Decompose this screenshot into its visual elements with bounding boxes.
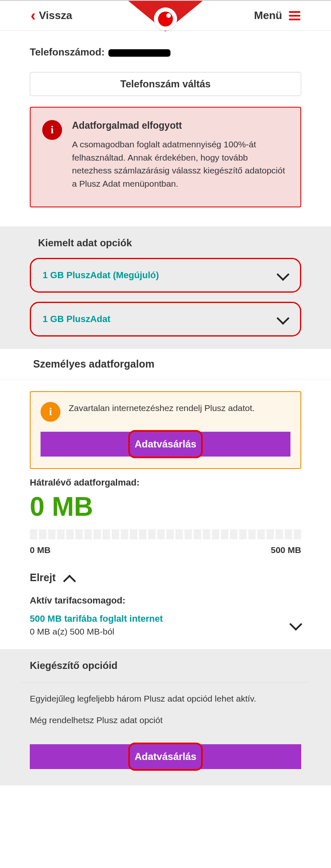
chevron-down-icon [290, 621, 301, 629]
chevron-down-icon [277, 272, 288, 279]
back-label: Vissza [39, 9, 72, 22]
addon-options-section: Kiegészítő opcióid Egyidejűleg legfeljeb… [0, 649, 331, 786]
featured-option-2[interactable]: 1 GB PluszAdat [30, 302, 301, 337]
data-exhausted-alert: i Adatforgalmad elfogyott A csomagodban … [30, 107, 301, 207]
addon-line-1: Egyidejűleg legfeljebb három Plusz adat … [30, 692, 301, 706]
buy-data-button-2[interactable]: Adatvásárlás [30, 744, 301, 769]
range-min: 0 MB [30, 545, 50, 555]
order-data-alert: i Zavartalan internetezéshez rendelj Plu… [30, 391, 301, 469]
switch-number-button[interactable]: Telefonszám váltás [30, 72, 301, 96]
featured-option-label: 1 GB PluszAdat (Megújuló) [43, 270, 159, 281]
hamburger-icon [289, 11, 300, 20]
chevron-up-icon [63, 574, 75, 582]
addon-line-2: Még rendelhetsz Plusz adat opciót [30, 713, 301, 727]
alert-body: A csomagodban foglalt adatmennyiség 100%… [72, 138, 289, 190]
addon-options-title: Kiegészítő opcióid [22, 649, 309, 683]
personal-usage-title: Személyes adatforgalom [0, 349, 331, 380]
top-bar: ‹ Vissza Menü [0, 0, 331, 31]
tariff-subtitle: 0 MB a(z) 500 MB-ból [30, 627, 163, 637]
order-hint-text: Zavartalan internetezéshez rendelj Plusz… [69, 402, 254, 414]
brand-logo [154, 7, 177, 31]
info-icon: i [42, 120, 62, 140]
info-icon: i [41, 402, 60, 422]
featured-option-1[interactable]: 1 GB PluszAdat (Megújuló) [30, 258, 301, 293]
featured-options-section: Kiemelt adat opciók 1 GB PluszAdat (Megú… [0, 226, 331, 349]
featured-option-label: 1 GB PluszAdat [43, 314, 110, 325]
active-plan-label: Aktív tarifacsomagod: [30, 595, 301, 606]
remaining-value: 0 MB [30, 491, 301, 522]
alert-title: Adatforgalmad elfogyott [72, 120, 289, 131]
phone-label-prefix: Telefonszámod: [30, 46, 108, 58]
menu-label: Menü [254, 9, 282, 22]
range-max: 500 MB [271, 545, 301, 555]
remaining-label: Hátralévő adatforgalmad: [30, 477, 301, 488]
buy-data-button[interactable]: Adatvásárlás [41, 432, 290, 457]
buy-data-label: Adatvásárlás [134, 438, 196, 450]
phone-number-redacted [108, 49, 170, 57]
hide-toggle[interactable]: Elrejt [30, 572, 301, 584]
buy-data-label: Adatvásárlás [134, 751, 196, 762]
phone-number-label: Telefonszámod: [30, 46, 301, 58]
usage-progress-bar [30, 529, 301, 539]
featured-options-title: Kiemelt adat opciók [30, 226, 301, 258]
hide-label: Elrejt [30, 572, 56, 584]
back-button[interactable]: ‹ Vissza [31, 8, 72, 23]
chevron-left-icon: ‹ [31, 8, 36, 23]
usage-range: 0 MB 500 MB [30, 545, 301, 555]
tariff-title: 500 MB tarifába foglalt internet [30, 613, 163, 624]
tariff-row[interactable]: 500 MB tarifába foglalt internet 0 MB a(… [30, 613, 301, 637]
brand-ribbon [128, 1, 203, 31]
menu-button[interactable]: Menü [254, 9, 300, 22]
chevron-down-icon [277, 315, 288, 323]
